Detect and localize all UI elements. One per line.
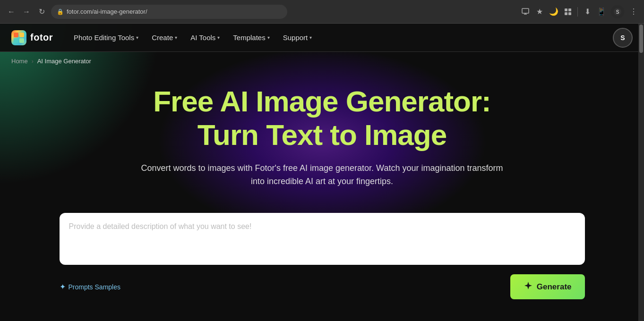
browser-chrome: ← → ↻ 🔒 fotor.com/ai-image-generator/ ★ … — [0, 0, 644, 24]
prompt-actions: ✦ Prompts Samples Generate — [60, 274, 585, 299]
svg-rect-3 — [565, 12, 567, 15]
scrollbar-thumb[interactable] — [639, 25, 643, 53]
svg-rect-1 — [565, 8, 567, 11]
browser-right-icons: ★ 🌙 ⬇ 📱 S ⋮ — [521, 5, 638, 18]
svg-text:S: S — [616, 9, 619, 15]
lock-icon: 🔒 — [57, 8, 64, 15]
extension-moon-icon[interactable]: 🌙 — [549, 7, 558, 17]
chevron-down-icon: ▾ — [136, 35, 138, 40]
download-icon[interactable]: ⬇ — [583, 7, 592, 17]
svg-rect-2 — [568, 8, 571, 11]
nav-ai-tools-label: AI Tools — [190, 34, 215, 42]
bookmark-icon[interactable]: ★ — [535, 7, 544, 17]
logo-icon — [11, 30, 26, 45]
hero-title-line2: Turn Text to Image — [197, 118, 447, 151]
svg-rect-9 — [14, 38, 18, 43]
logo-text: fotor — [30, 32, 53, 43]
chevron-down-icon: ▾ — [175, 35, 177, 40]
breadcrumb-current: AI Image Generator — [37, 58, 91, 65]
logo[interactable]: fotor — [11, 30, 53, 45]
user-avatar[interactable]: S — [613, 28, 633, 48]
nav-support[interactable]: Support ▾ — [277, 31, 318, 44]
back-button[interactable]: ← — [6, 6, 17, 17]
breadcrumb: Home › AI Image Generator — [0, 52, 644, 70]
nav-create[interactable]: Create ▾ — [146, 31, 183, 44]
prompts-samples-button[interactable]: ✦ Prompts Samples — [60, 282, 120, 291]
prompts-samples-label: Prompts Samples — [69, 283, 120, 291]
nav-items: Photo Editing Tools ▾ Create ▾ AI Tools … — [68, 31, 613, 44]
breadcrumb-home[interactable]: Home — [11, 58, 28, 65]
scrollbar[interactable] — [638, 24, 644, 321]
address-bar[interactable]: 🔒 fotor.com/ai-image-generator/ — [51, 5, 287, 19]
svg-rect-7 — [14, 33, 18, 37]
page: fotor Photo Editing Tools ▾ Create ▾ AI … — [0, 24, 644, 321]
generate-icon — [524, 281, 533, 293]
chevron-down-icon: ▾ — [309, 35, 312, 40]
hero-title-line1: Free AI Image Generator: — [153, 85, 491, 118]
phone-icon[interactable]: 📱 — [597, 7, 606, 17]
svg-rect-10 — [19, 38, 24, 43]
svg-text:S: S — [620, 34, 625, 42]
breadcrumb-separator: › — [32, 58, 34, 65]
fotor-profile-icon[interactable]: S — [611, 5, 624, 18]
refresh-button[interactable]: ↻ — [36, 6, 47, 17]
navbar: fotor Photo Editing Tools ▾ Create ▾ AI … — [0, 24, 644, 52]
prompt-input[interactable] — [60, 213, 585, 265]
svg-rect-0 — [522, 8, 529, 13]
svg-rect-8 — [19, 33, 24, 37]
chevron-down-icon: ▾ — [217, 35, 220, 40]
forward-button[interactable]: → — [21, 6, 32, 17]
divider — [577, 7, 578, 17]
url-text: fotor.com/ai-image-generator/ — [67, 8, 147, 15]
hero-section: Free AI Image Generator: Turn Text to Im… — [0, 70, 644, 213]
generate-button[interactable]: Generate — [510, 274, 585, 299]
nav-create-label: Create — [152, 34, 173, 42]
chevron-down-icon: ▾ — [267, 35, 270, 40]
nav-templates[interactable]: Templates ▾ — [227, 31, 275, 44]
prompt-container: ✦ Prompts Samples Generate — [48, 213, 596, 299]
sparkle-icon: ✦ — [60, 282, 66, 291]
extensions-icon[interactable] — [563, 7, 573, 17]
nav-templates-label: Templates — [233, 34, 265, 42]
nav-photo-editing-label: Photo Editing Tools — [74, 34, 134, 42]
nav-photo-editing[interactable]: Photo Editing Tools ▾ — [68, 31, 144, 44]
generate-label: Generate — [537, 282, 572, 292]
svg-rect-4 — [568, 12, 571, 15]
hero-subtitle: Convert words to images with Fotor's fre… — [138, 161, 507, 189]
nav-support-label: Support — [283, 34, 308, 42]
screenshot-icon[interactable] — [521, 7, 530, 17]
hero-title: Free AI Image Generator: Turn Text to Im… — [11, 84, 633, 152]
menu-icon[interactable]: ⋮ — [629, 7, 638, 17]
nav-ai-tools[interactable]: AI Tools ▾ — [185, 31, 225, 44]
